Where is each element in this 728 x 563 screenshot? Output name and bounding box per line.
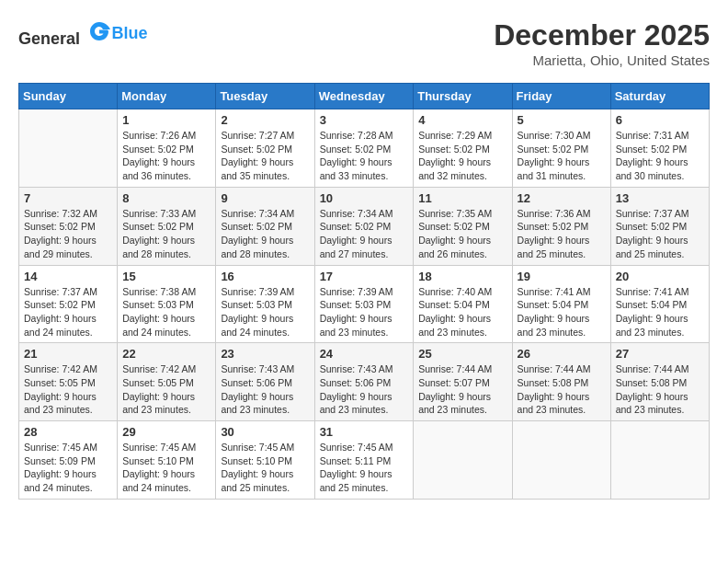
day-info: Sunrise: 7:45 AMSunset: 5:10 PMDaylight:… [221, 441, 309, 495]
day-number: 30 [221, 425, 309, 439]
logo-icon [86, 18, 112, 44]
calendar-cell: 3Sunrise: 7:28 AMSunset: 5:02 PMDaylight… [314, 109, 414, 188]
day-number: 4 [418, 113, 506, 127]
calendar-cell: 14Sunrise: 7:37 AMSunset: 5:02 PMDayligh… [19, 265, 118, 343]
day-number: 15 [122, 270, 210, 283]
calendar-cell: 4Sunrise: 7:29 AMSunset: 5:02 PMDaylight… [414, 109, 512, 188]
day-info: Sunrise: 7:42 AMSunset: 5:05 PMDaylight:… [24, 362, 112, 417]
day-info: Sunrise: 7:35 AMSunset: 5:02 PMDaylight:… [418, 207, 506, 261]
day-info: Sunrise: 7:34 AMSunset: 5:02 PMDaylight:… [221, 207, 309, 261]
calendar-cell: 19Sunrise: 7:41 AMSunset: 5:04 PMDayligh… [512, 265, 610, 343]
day-info: Sunrise: 7:45 AMSunset: 5:11 PMDaylight:… [320, 441, 409, 495]
calendar-cell: 10Sunrise: 7:34 AMSunset: 5:02 PMDayligh… [314, 187, 414, 265]
column-header-tuesday: Tuesday [216, 84, 314, 109]
day-info: Sunrise: 7:39 AMSunset: 5:03 PMDaylight:… [221, 285, 309, 339]
day-number: 7 [24, 191, 112, 205]
day-info: Sunrise: 7:44 AMSunset: 5:08 PMDaylight:… [518, 362, 606, 417]
logo: General Blue [18, 18, 148, 49]
calendar-cell: 25Sunrise: 7:44 AMSunset: 5:07 PMDayligh… [414, 343, 512, 421]
day-number: 21 [24, 347, 112, 361]
day-number: 14 [24, 270, 112, 283]
column-header-monday: Monday [118, 84, 216, 109]
logo-general: General [18, 29, 80, 48]
location-subtitle: Marietta, Ohio, United States [494, 52, 710, 68]
day-number: 17 [320, 270, 409, 283]
day-number: 13 [616, 191, 704, 205]
day-number: 10 [320, 191, 409, 205]
day-number: 8 [122, 191, 210, 205]
day-info: Sunrise: 7:37 AMSunset: 5:02 PMDaylight:… [24, 285, 112, 339]
day-info: Sunrise: 7:39 AMSunset: 5:03 PMDaylight:… [320, 285, 409, 339]
calendar-cell: 1Sunrise: 7:26 AMSunset: 5:02 PMDaylight… [118, 109, 216, 188]
calendar-cell: 8Sunrise: 7:33 AMSunset: 5:02 PMDaylight… [118, 187, 216, 265]
day-info: Sunrise: 7:40 AMSunset: 5:04 PMDaylight:… [418, 285, 506, 339]
day-info: Sunrise: 7:27 AMSunset: 5:02 PMDaylight:… [221, 129, 309, 183]
day-number: 16 [221, 270, 309, 283]
calendar-week-row: 7Sunrise: 7:32 AMSunset: 5:02 PMDaylight… [19, 187, 710, 265]
logo-blue: Blue [112, 24, 148, 42]
calendar-cell [19, 109, 118, 188]
day-info: Sunrise: 7:42 AMSunset: 5:05 PMDaylight:… [122, 362, 210, 417]
calendar-week-row: 1Sunrise: 7:26 AMSunset: 5:02 PMDaylight… [19, 109, 710, 188]
day-number: 28 [24, 425, 112, 439]
day-number: 11 [418, 191, 506, 205]
day-number: 3 [320, 113, 409, 127]
day-info: Sunrise: 7:30 AMSunset: 5:02 PMDaylight:… [518, 129, 606, 183]
calendar-cell: 16Sunrise: 7:39 AMSunset: 5:03 PMDayligh… [216, 265, 314, 343]
calendar-cell: 9Sunrise: 7:34 AMSunset: 5:02 PMDaylight… [216, 187, 314, 265]
day-info: Sunrise: 7:41 AMSunset: 5:04 PMDaylight:… [518, 285, 606, 339]
calendar-cell [610, 421, 709, 500]
calendar-cell: 30Sunrise: 7:45 AMSunset: 5:10 PMDayligh… [216, 421, 314, 500]
day-number: 23 [221, 347, 309, 361]
day-info: Sunrise: 7:33 AMSunset: 5:02 PMDaylight:… [122, 207, 210, 261]
day-info: Sunrise: 7:38 AMSunset: 5:03 PMDaylight:… [122, 285, 210, 339]
calendar-cell: 21Sunrise: 7:42 AMSunset: 5:05 PMDayligh… [19, 343, 118, 421]
day-info: Sunrise: 7:36 AMSunset: 5:02 PMDaylight:… [518, 207, 606, 261]
day-info: Sunrise: 7:34 AMSunset: 5:02 PMDaylight:… [320, 207, 409, 261]
day-info: Sunrise: 7:45 AMSunset: 5:09 PMDaylight:… [24, 441, 112, 495]
calendar-cell: 22Sunrise: 7:42 AMSunset: 5:05 PMDayligh… [118, 343, 216, 421]
calendar-cell: 11Sunrise: 7:35 AMSunset: 5:02 PMDayligh… [414, 187, 512, 265]
day-info: Sunrise: 7:29 AMSunset: 5:02 PMDaylight:… [418, 129, 506, 183]
day-number: 2 [221, 113, 309, 127]
day-number: 22 [122, 347, 210, 361]
day-number: 18 [418, 270, 506, 283]
column-header-friday: Friday [512, 84, 610, 109]
month-year-title: December 2025 [494, 18, 710, 52]
calendar-week-row: 14Sunrise: 7:37 AMSunset: 5:02 PMDayligh… [19, 265, 710, 343]
day-number: 24 [320, 347, 409, 361]
calendar-header-row: SundayMondayTuesdayWednesdayThursdayFrid… [19, 84, 710, 109]
day-info: Sunrise: 7:41 AMSunset: 5:04 PMDaylight:… [616, 285, 704, 339]
day-info: Sunrise: 7:26 AMSunset: 5:02 PMDaylight:… [122, 129, 210, 183]
calendar-cell: 29Sunrise: 7:45 AMSunset: 5:10 PMDayligh… [118, 421, 216, 500]
column-header-saturday: Saturday [610, 84, 709, 109]
calendar-cell [512, 421, 610, 500]
day-number: 31 [320, 425, 409, 439]
calendar-cell: 15Sunrise: 7:38 AMSunset: 5:03 PMDayligh… [118, 265, 216, 343]
day-info: Sunrise: 7:43 AMSunset: 5:06 PMDaylight:… [320, 362, 409, 417]
calendar-cell: 6Sunrise: 7:31 AMSunset: 5:02 PMDaylight… [610, 109, 709, 188]
page-header: General Blue December 2025 Marietta, Ohi… [18, 18, 710, 68]
calendar-cell: 18Sunrise: 7:40 AMSunset: 5:04 PMDayligh… [414, 265, 512, 343]
day-number: 9 [221, 191, 309, 205]
day-number: 19 [518, 270, 606, 283]
column-header-sunday: Sunday [19, 84, 118, 109]
day-number: 6 [616, 113, 704, 127]
day-number: 25 [418, 347, 506, 361]
calendar-cell: 2Sunrise: 7:27 AMSunset: 5:02 PMDaylight… [216, 109, 314, 188]
calendar-cell: 20Sunrise: 7:41 AMSunset: 5:04 PMDayligh… [610, 265, 709, 343]
day-number: 5 [518, 113, 606, 127]
day-number: 12 [518, 191, 606, 205]
day-number: 20 [616, 270, 704, 283]
calendar-cell: 24Sunrise: 7:43 AMSunset: 5:06 PMDayligh… [314, 343, 414, 421]
calendar-cell: 27Sunrise: 7:44 AMSunset: 5:08 PMDayligh… [610, 343, 709, 421]
day-info: Sunrise: 7:44 AMSunset: 5:07 PMDaylight:… [418, 362, 506, 417]
day-info: Sunrise: 7:32 AMSunset: 5:02 PMDaylight:… [24, 207, 112, 261]
column-header-thursday: Thursday [414, 84, 512, 109]
day-number: 29 [122, 425, 210, 439]
calendar-cell: 12Sunrise: 7:36 AMSunset: 5:02 PMDayligh… [512, 187, 610, 265]
day-number: 1 [122, 113, 210, 127]
day-info: Sunrise: 7:28 AMSunset: 5:02 PMDaylight:… [320, 129, 409, 183]
calendar-cell: 26Sunrise: 7:44 AMSunset: 5:08 PMDayligh… [512, 343, 610, 421]
day-number: 27 [616, 347, 704, 361]
